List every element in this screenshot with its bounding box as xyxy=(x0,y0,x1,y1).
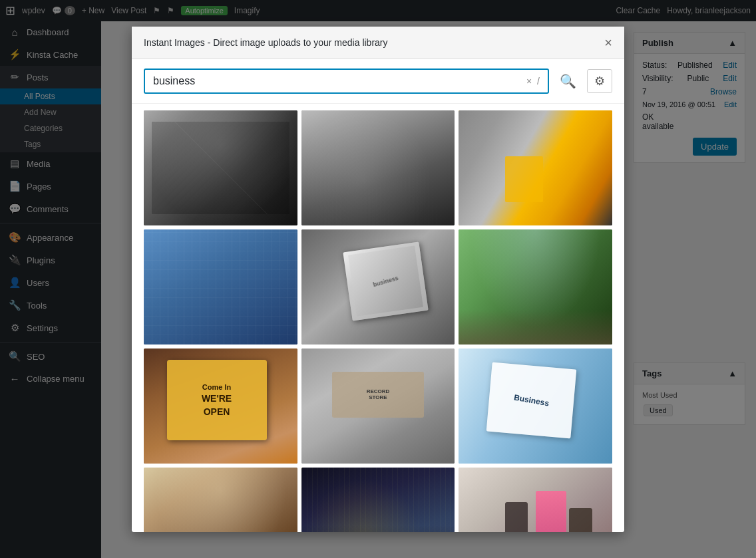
modal-overlay: Instant Images - Direct image uploads to… xyxy=(101,21,756,558)
image-cell-11[interactable] xyxy=(301,468,455,532)
image-cell-10[interactable] xyxy=(144,468,297,532)
image-cell-7[interactable]: Come InWE'REOPEN xyxy=(144,349,297,464)
gear-icon: ⚙ xyxy=(594,74,605,88)
image-cell-5[interactable]: business xyxy=(301,229,455,345)
search-submit-btn[interactable]: 🔍 xyxy=(554,70,582,92)
image-cell-1[interactable] xyxy=(144,110,297,225)
modal-image-grid-container: business Come InWE'REOPEN xyxy=(132,104,624,532)
image-cell-3[interactable] xyxy=(459,110,612,225)
modal-header: Instant Images - Direct image uploads to… xyxy=(132,27,624,59)
search-icon: 🔍 xyxy=(560,74,576,88)
image-grid: business Come InWE'REOPEN xyxy=(144,110,612,532)
modal-title: Instant Images - Direct image uploads to… xyxy=(144,37,388,48)
modal-search-bar: × / 🔍 ⚙ xyxy=(132,59,624,104)
image-cell-6[interactable] xyxy=(459,229,612,345)
image-cell-2[interactable] xyxy=(301,110,455,225)
main-content: Preview Changes Publish ▲ Status: Publis… xyxy=(101,21,756,558)
search-clear-x-btn[interactable]: × xyxy=(524,76,534,86)
image-cell-4[interactable] xyxy=(144,229,297,345)
image-cell-12[interactable] xyxy=(459,468,612,532)
search-input[interactable] xyxy=(150,70,524,92)
instant-images-modal: Instant Images - Direct image uploads to… xyxy=(132,27,624,532)
image-cell-9[interactable]: Business xyxy=(459,349,612,464)
search-settings-btn[interactable]: ⚙ xyxy=(587,69,612,93)
image-cell-8[interactable]: RECORDSTORE xyxy=(301,349,455,464)
modal-close-btn[interactable]: × xyxy=(604,36,612,49)
search-input-wrap: × / xyxy=(144,69,549,94)
search-clear-slash-btn[interactable]: / xyxy=(534,76,542,86)
